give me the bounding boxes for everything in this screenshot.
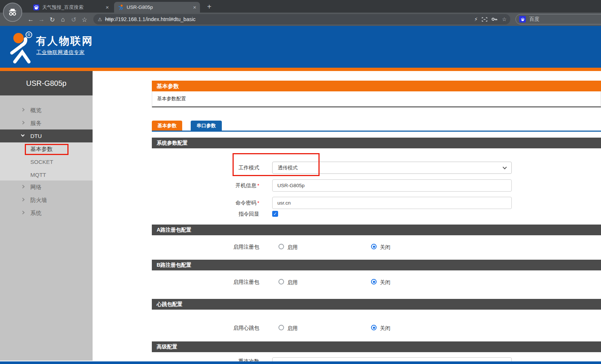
reg-a-disable-option[interactable]: 关闭 <box>380 244 390 250</box>
address-bar-icons: ⚡ ☆ <box>474 14 507 24</box>
sidebar-item-system[interactable]: 系统 <box>0 206 93 219</box>
reg-b-disable-radio[interactable] <box>371 279 377 284</box>
heartbeat-enable-label: 启用心跳包 <box>193 325 259 331</box>
section-reg-b: B路注册包配置 <box>152 260 601 270</box>
heartbeat-enable-radio[interactable] <box>278 325 284 330</box>
bookmark-star-icon[interactable]: ☆ <box>502 16 507 22</box>
bottom-accent-bar <box>0 361 601 364</box>
incognito-glyph <box>7 7 18 18</box>
main-content: 基本参数 基本参数配置 基本参数 串口参数 系统参数配置 工作模式 透传模式 开… <box>93 71 601 364</box>
address-bar[interactable]: ⚠ http://192.168.1.1/index.html#dtu_basi… <box>93 14 510 24</box>
sidebar-item-socket[interactable]: SOCKET <box>0 155 93 168</box>
sidebar-item-network[interactable]: 网络 <box>0 181 93 193</box>
tab-title: 天气预报_百度搜索 <box>42 4 103 11</box>
usr-logo-icon: R <box>7 30 37 64</box>
baidu-search-label: 百度 <box>529 16 540 23</box>
key-extension-icon[interactable] <box>491 17 498 21</box>
required-asterisk: * <box>257 183 259 188</box>
sidebar-item-mqtt[interactable]: MQTT <box>0 168 93 181</box>
reg-b-disable-option[interactable]: 关闭 <box>380 279 390 286</box>
tab-title: USR-G805p <box>127 4 190 10</box>
command-password-input[interactable] <box>272 197 512 209</box>
undo-button[interactable]: ↺ <box>70 16 78 24</box>
reg-b-enable-radio[interactable] <box>278 279 284 284</box>
sidebar-item-service[interactable]: 服务 <box>0 117 93 129</box>
heartbeat-disable-option[interactable]: 关闭 <box>380 325 390 331</box>
annotation-rect-sidebar-basic <box>25 144 69 155</box>
page-title-bar: 基本参数 <box>152 81 601 91</box>
command-password-label: 命令密码* <box>193 200 259 206</box>
new-tab-button[interactable]: + <box>204 2 214 11</box>
browser-toolbar: ← → ↻ ⌂ ↺ ☆ ⚠ http://192.168.1.1/index.h… <box>0 13 601 26</box>
sidebar-item-firewall[interactable]: 防火墙 <box>0 193 93 206</box>
sidebar-item-dtu[interactable]: DTU <box>0 129 93 142</box>
tab-underline <box>152 131 601 132</box>
reg-b-enable-option[interactable]: 启用 <box>287 279 298 286</box>
tab-basic-params[interactable]: 基本参数 <box>152 121 182 131</box>
chevron-right-icon <box>21 185 25 189</box>
page-area: USR-G805p 概览 服务 DTU 基本参数 SOCKET MQTT <box>0 71 601 364</box>
baidu-search-box[interactable]: 百度 <box>515 14 601 24</box>
tab-usr-active[interactable]: USR-G805p × <box>114 2 200 13</box>
brand-title: 有人物联网 <box>36 34 93 48</box>
reg-a-enable-radio[interactable] <box>278 244 284 249</box>
url-text: http://192.168.1.1/index.html#dtu_basic <box>105 16 196 22</box>
url-scheme-struck: http <box>105 16 114 22</box>
forward-button[interactable]: → <box>37 16 46 24</box>
tab-serial-params[interactable]: 串口参数 <box>191 121 222 131</box>
not-secure-warning-icon: ⚠ <box>98 17 102 22</box>
browser-window: 天气预报_百度搜索 × USR-G805p × + ← → ↻ ⌂ ↺ ☆ ⚠ … <box>0 0 601 364</box>
heartbeat-disable-radio[interactable] <box>371 325 377 330</box>
echo-checkbox[interactable]: ✓ <box>272 211 278 217</box>
svg-text:R: R <box>27 33 30 37</box>
baidu-favicon-icon <box>33 4 39 10</box>
chevron-down-icon <box>502 165 507 169</box>
back-button[interactable]: ← <box>27 16 35 24</box>
flash-extension-icon[interactable]: ⚡ <box>474 16 478 22</box>
reg-a-enable-label: 启用注册包 <box>193 244 259 250</box>
brand-tagline: 工业物联网通信专家 <box>36 49 85 56</box>
section-advanced: 高级配置 <box>152 341 601 352</box>
chevron-right-icon <box>21 108 25 112</box>
boot-message-label: 开机信息* <box>193 182 259 189</box>
annotation-rect-workmode <box>233 153 320 176</box>
site-header: R 有人物联网 工业物联网通信专家 <box>0 26 601 68</box>
accent-strip <box>0 68 601 71</box>
chevron-down-icon <box>21 133 25 137</box>
command-echo-label: 指令回显 <box>193 211 259 217</box>
url-rest: ://192.168.1.1/index.html#dtu_basic <box>114 16 196 22</box>
section-reg-a: A路注册包配置 <box>152 225 601 235</box>
page-subtitle-box: 基本参数配置 <box>152 91 601 107</box>
favorites-star-button[interactable]: ☆ <box>80 16 89 24</box>
reg-a-enable-option[interactable]: 启用 <box>287 244 298 250</box>
reg-a-disable-radio[interactable] <box>371 244 377 249</box>
device-name: USR-G805p <box>0 71 93 95</box>
chevron-right-icon <box>21 121 25 125</box>
section-system-params: 系统参数配置 <box>152 138 601 148</box>
heartbeat-enable-option[interactable]: 启用 <box>287 325 298 331</box>
home-button[interactable]: ⌂ <box>59 16 67 24</box>
usr-favicon-icon <box>118 4 124 10</box>
incognito-icon <box>3 3 22 22</box>
sidebar: USR-G805p 概览 服务 DTU 基本参数 SOCKET MQTT <box>0 71 93 361</box>
baidu-logo-icon <box>519 16 526 23</box>
reload-button[interactable]: ↻ <box>48 16 56 24</box>
boot-message-input[interactable] <box>272 179 512 192</box>
chevron-right-icon <box>21 198 25 202</box>
close-tab-icon[interactable]: × <box>106 4 109 10</box>
tab-strip: 天气预报_百度搜索 × USR-G805p × + <box>0 0 601 13</box>
required-asterisk: * <box>257 200 259 206</box>
sidebar-item-overview[interactable]: 概览 <box>0 104 93 117</box>
tab-weather[interactable]: 天气预报_百度搜索 × <box>30 2 113 13</box>
close-tab-icon[interactable]: × <box>193 4 196 10</box>
chevron-right-icon <box>21 211 25 215</box>
reg-b-enable-label: 启用注册包 <box>193 279 259 285</box>
section-heartbeat: 心跳包配置 <box>152 299 601 310</box>
screenshot-extension-icon[interactable] <box>482 17 487 22</box>
